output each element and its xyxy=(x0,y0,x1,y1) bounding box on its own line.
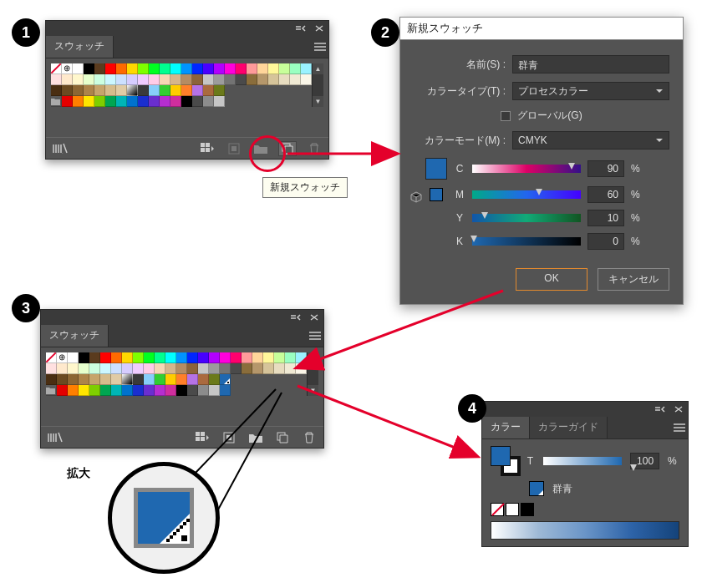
swatch-cell[interactable] xyxy=(149,63,160,74)
spectrum-bar[interactable] xyxy=(491,521,679,540)
swatch-cell[interactable] xyxy=(203,85,214,96)
swatch-cell[interactable] xyxy=(209,385,220,396)
m-slider[interactable] xyxy=(472,190,581,199)
swatch-cell[interactable] xyxy=(51,96,62,107)
swatch-cell[interactable] xyxy=(84,85,94,96)
c-value-input[interactable]: 90 xyxy=(587,160,624,177)
tab-swatches[interactable]: スウォッチ xyxy=(41,325,109,347)
library-icon[interactable]: . xyxy=(51,141,69,156)
swatch-cell[interactable] xyxy=(100,363,111,374)
new-group-icon[interactable] xyxy=(247,430,265,445)
swatch-cell[interactable]: ⊕ xyxy=(62,63,73,74)
swatch-cell[interactable] xyxy=(155,363,165,374)
tab-color[interactable]: カラー xyxy=(482,417,530,438)
y-slider[interactable] xyxy=(472,214,581,222)
swatch-cell[interactable] xyxy=(127,74,138,85)
swatch-cell[interactable] xyxy=(192,96,203,107)
name-input[interactable]: 群青 xyxy=(512,55,669,74)
swatch-cell[interactable] xyxy=(94,74,105,85)
swatch-cell[interactable] xyxy=(165,374,176,385)
swatch-cell[interactable] xyxy=(187,352,198,363)
swatch-cell[interactable] xyxy=(46,352,57,363)
swatch-cell[interactable] xyxy=(263,363,274,374)
swatch-cell[interactable] xyxy=(225,74,236,85)
swatch-cell[interactable] xyxy=(133,352,144,363)
swatch-cell[interactable] xyxy=(257,63,268,74)
swatch-cell[interactable] xyxy=(89,363,100,374)
swatch-cell[interactable] xyxy=(144,374,155,385)
swatch-cell[interactable] xyxy=(138,63,149,74)
swatch-cell[interactable] xyxy=(263,352,274,363)
black-color[interactable] xyxy=(521,503,534,516)
swatch-cell[interactable] xyxy=(94,85,105,96)
swatch-cell[interactable] xyxy=(252,363,263,374)
swatch-cell[interactable] xyxy=(181,63,192,74)
swatch-cell[interactable] xyxy=(192,85,203,96)
swatch-cell[interactable] xyxy=(160,63,170,74)
swatch-cell[interactable] xyxy=(274,363,285,374)
swatch-cell[interactable] xyxy=(111,352,122,363)
close-icon[interactable] xyxy=(308,313,320,322)
swatch-cell[interactable] xyxy=(187,374,198,385)
new-group-icon[interactable] xyxy=(252,141,270,156)
swatch-cell[interactable] xyxy=(127,63,138,74)
swatch-cell[interactable] xyxy=(192,63,203,74)
white-color[interactable] xyxy=(506,503,519,516)
scroll-down-icon[interactable]: ▼ xyxy=(308,385,318,396)
tint-slider[interactable] xyxy=(543,457,622,465)
m-value-input[interactable]: 60 xyxy=(587,186,624,203)
swatch-cell[interactable] xyxy=(100,374,111,385)
mode-select[interactable]: CMYK xyxy=(512,131,669,150)
swatch-cell[interactable] xyxy=(138,74,149,85)
swatch-cell[interactable] xyxy=(285,352,296,363)
swatch-cell[interactable] xyxy=(257,74,268,85)
swatch-cell[interactable] xyxy=(242,363,252,374)
trash-icon[interactable] xyxy=(305,141,323,156)
swatch-cell[interactable] xyxy=(68,363,79,374)
scrollbar[interactable]: ▲ ▼ xyxy=(312,63,323,107)
swatch-cell[interactable] xyxy=(176,374,187,385)
swatch-cell[interactable] xyxy=(231,352,242,363)
swatch-options-icon[interactable] xyxy=(220,430,238,445)
fill-stroke-icon[interactable] xyxy=(491,446,516,476)
collapse-icon[interactable] xyxy=(654,405,666,413)
swatch-cell[interactable] xyxy=(296,352,307,363)
swatch-cell[interactable] xyxy=(301,74,312,85)
swatch-cell[interactable] xyxy=(138,85,149,96)
swatch-cell[interactable] xyxy=(170,74,181,85)
swatch-cell[interactable] xyxy=(89,385,100,396)
swatch-cell[interactable] xyxy=(79,352,89,363)
scrollbar[interactable]: ▲ ▼ xyxy=(307,352,318,396)
swatch-cell[interactable] xyxy=(57,363,68,374)
swatch-cell[interactable] xyxy=(62,85,73,96)
swatch-cell[interactable] xyxy=(84,96,94,107)
swatch-cell[interactable] xyxy=(296,363,307,374)
collapse-icon[interactable] xyxy=(290,313,302,322)
swatch-cell[interactable] xyxy=(187,385,198,396)
swatch-cell[interactable] xyxy=(165,352,176,363)
swatch-cell[interactable] xyxy=(57,374,68,385)
swatch-cell[interactable] xyxy=(127,85,138,96)
tab-swatches[interactable]: スウォッチ xyxy=(46,36,114,58)
close-icon[interactable] xyxy=(673,405,684,413)
swatch-cell[interactable] xyxy=(209,352,220,363)
swatch-cell[interactable] xyxy=(105,96,116,107)
swatch-cell[interactable] xyxy=(160,85,170,96)
swatch-cell[interactable] xyxy=(51,63,62,74)
swatch-cell[interactable] xyxy=(105,74,116,85)
swatch-cell[interactable] xyxy=(133,374,144,385)
none-color[interactable] xyxy=(491,503,504,516)
swatch-cell[interactable] xyxy=(203,63,214,74)
swatch-cell[interactable] xyxy=(155,374,165,385)
swatch-cell[interactable] xyxy=(84,63,94,74)
panel-menu-icon[interactable] xyxy=(307,325,323,347)
swatch-cell[interactable] xyxy=(268,63,279,74)
show-kinds-icon[interactable] xyxy=(198,141,216,156)
swatch-cell[interactable] xyxy=(170,85,181,96)
swatch-cell[interactable] xyxy=(214,85,225,96)
swatch-cell[interactable] xyxy=(198,385,209,396)
swatch-cell[interactable] xyxy=(84,74,94,85)
swatch-cell[interactable] xyxy=(46,385,57,396)
new-swatch-button[interactable] xyxy=(278,141,297,156)
swatch-cell[interactable] xyxy=(133,363,144,374)
